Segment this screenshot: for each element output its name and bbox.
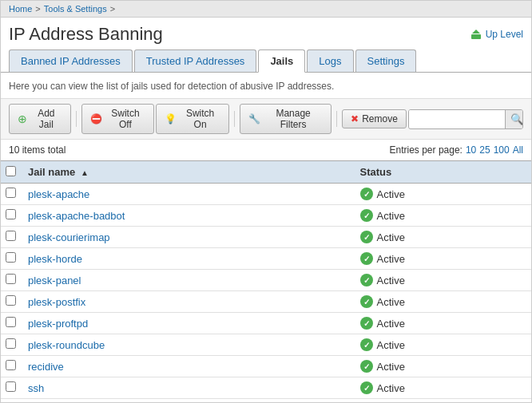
status-cell: Active [352,248,532,270]
status-label: Active [377,188,405,200]
status-active-icon [360,252,373,265]
row-checkbox-cell [1,313,20,334]
jail-name-link[interactable]: ssh [28,382,44,394]
jail-name-link[interactable]: plesk-apache-badbot [28,210,125,222]
row-checkbox-cell [1,205,20,227]
up-level-icon [470,28,482,41]
search-button[interactable]: 🔍 [505,110,523,128]
svg-marker-1 [472,30,480,34]
table-row: plesk-proftpd Active [1,313,531,334]
tab-bar: Banned IP Addresses Trusted IP Addresses… [1,49,531,73]
status-active-icon [360,381,373,394]
table-row: plesk-horde Active [1,248,531,270]
row-checkbox-cell [1,334,20,356]
status-cell: Active [352,205,532,227]
pagination-row: 10 items total Entries per page: 10 25 1… [1,140,531,160]
status-cell: Active [352,313,532,334]
row-checkbox-cell [1,291,20,313]
table-row: ssh Active [1,377,531,399]
status-cell: Active [352,377,532,399]
entries-label: Entries per page: [390,144,463,156]
tab-jails[interactable]: Jails [258,49,305,73]
remove-icon: ✖ [351,113,359,124]
switch-off-button[interactable]: ⛔ Switch Off [81,104,155,134]
status-label: Active [377,210,405,222]
status-active-icon [360,317,373,330]
page-title: IP Address Banning [9,24,163,45]
row-checkbox-cell [1,248,20,270]
row-checkbox[interactable] [6,360,16,370]
description-text: Here you can view the list of jails used… [1,73,531,98]
entries-all[interactable]: All [513,144,523,156]
add-jail-button[interactable]: ⊕ Add Jail [9,104,71,134]
status-active-icon [360,338,373,351]
status-cell: Active [352,334,532,356]
breadcrumb-home[interactable]: Home [9,4,32,14]
jail-name-cell: plesk-panel [20,270,352,291]
manage-filters-button[interactable]: 🔧 Manage Filters [240,104,332,134]
tab-settings[interactable]: Settings [355,49,417,72]
row-checkbox-cell [1,227,20,248]
row-checkbox[interactable] [6,338,16,349]
jail-name-cell: plesk-apache-badbot [20,205,352,227]
row-checkbox[interactable] [6,188,16,198]
breadcrumb-tools[interactable]: Tools & Settings [44,4,107,14]
toolbar-separator-1 [76,111,77,127]
jail-name-link[interactable]: plesk-courierimap [28,231,110,243]
row-checkbox[interactable] [6,252,16,263]
up-level-link[interactable]: Up Level [470,28,523,41]
jail-name-cell: plesk-roundcube [20,334,352,356]
filter-icon: 🔧 [248,113,260,124]
search-input[interactable] [409,110,505,128]
status-active-icon [360,209,373,222]
row-checkbox[interactable] [6,381,16,392]
status-label: Active [377,275,405,286]
status-active-icon [360,188,373,200]
jail-name-header[interactable]: Jail name ▲ [20,161,352,184]
row-checkbox[interactable] [6,209,16,219]
row-checkbox[interactable] [6,231,16,241]
jail-name-link[interactable]: recidive [28,361,64,373]
status-label: Active [377,231,405,243]
jail-name-link[interactable]: plesk-apache [28,188,89,200]
remove-button[interactable]: ✖ Remove [342,109,407,128]
jails-table: Jail name ▲ Status plesk-apache Active [1,160,531,399]
jail-name-cell: plesk-horde [20,248,352,270]
jail-name-link[interactable]: plesk-roundcube [28,339,105,351]
svg-rect-0 [471,34,481,39]
table-row: plesk-apache Active [1,184,531,205]
toolbar-separator-3 [336,111,337,127]
entries-100[interactable]: 100 [494,144,510,156]
select-all-checkbox[interactable] [6,166,16,176]
tab-banned-ip[interactable]: Banned IP Addresses [9,49,133,72]
row-checkbox-cell [1,270,20,291]
jail-name-link[interactable]: plesk-postfix [28,296,85,308]
switch-on-icon: 💡 [165,113,177,124]
row-checkbox-cell [1,356,20,377]
entries-10[interactable]: 10 [466,144,476,156]
row-checkbox-cell [1,184,20,205]
tab-trusted-ip[interactable]: Trusted IP Addresses [134,49,257,72]
table-row: plesk-apache-badbot Active [1,205,531,227]
toolbar: ⊕ Add Jail ⛔ Switch Off 💡 Switch On 🔧 Ma… [1,98,531,140]
entries-25[interactable]: 25 [479,144,490,156]
jail-name-link[interactable]: plesk-panel [28,275,81,286]
row-checkbox[interactable] [6,317,16,327]
jail-name-cell: plesk-proftpd [20,313,352,334]
jail-name-link[interactable]: plesk-proftpd [28,318,88,330]
status-label: Active [377,318,405,330]
add-icon: ⊕ [18,113,27,125]
status-active-icon [360,360,373,373]
switch-on-button[interactable]: 💡 Switch On [156,104,229,134]
row-checkbox[interactable] [6,295,16,306]
tab-logs[interactable]: Logs [307,49,353,72]
status-cell: Active [352,291,532,313]
row-checkbox[interactable] [6,274,16,284]
status-cell: Active [352,227,532,248]
jail-name-cell: recidive [20,356,352,377]
table-row: recidive Active [1,356,531,377]
jail-name-link[interactable]: plesk-horde [28,253,82,265]
search-box: 🔍 [408,109,523,129]
sort-asc-icon: ▲ [81,168,89,177]
status-cell: Active [352,356,532,377]
